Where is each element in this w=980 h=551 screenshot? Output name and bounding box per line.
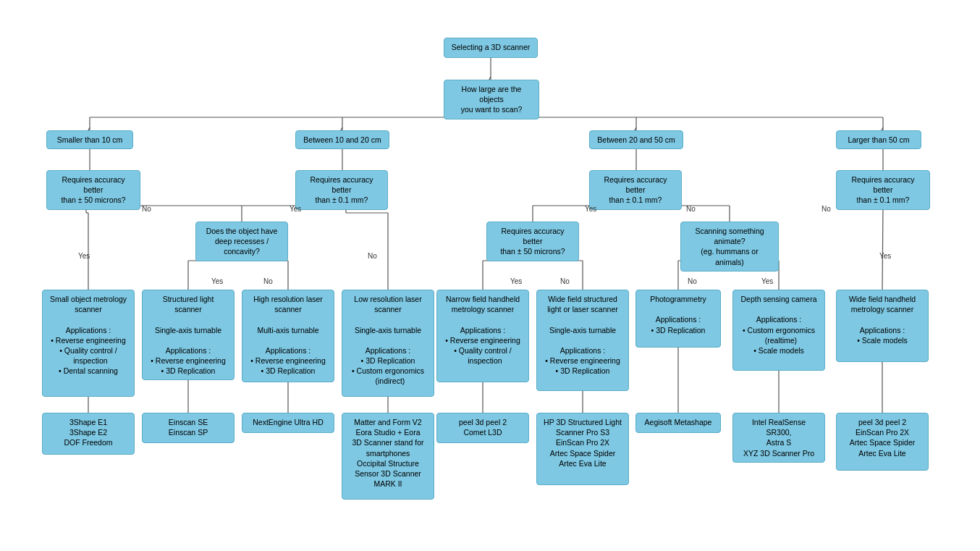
node-root: Selecting a 3D scanner — [444, 38, 538, 58]
node-prod_low_res: Matter and Form V2 Eora Studio + Eora 3D… — [342, 413, 434, 500]
node-acc_large: Requires accuracy better than ± 0.1 mm? — [836, 170, 930, 210]
node-high_res_laser: High resolution laser scanner Multi-axis… — [242, 290, 334, 382]
node-prod_struct_light: Einscan SE Einscan SP — [142, 413, 235, 443]
node-prod_depth: Intel RealSense SR300, Astra S XYZ 3D Sc… — [732, 413, 825, 463]
node-acc_small: Requires accuracy better than ± 50 micro… — [46, 170, 140, 210]
node-small10: Smaller than 10 cm — [46, 130, 133, 149]
connector-label-9: No — [560, 277, 570, 285]
connector-label-11: Yes — [761, 277, 773, 285]
node-prod_small_metrology: 3Shape E1 3Shape E2 DOF Freedom — [42, 413, 135, 455]
node-q_size: How large are the objects you want to sc… — [444, 80, 539, 119]
node-prod_wide_struct: HP 3D Structured Light Scanner Pro S3 Ei… — [536, 413, 629, 485]
connector-label-3: No — [368, 252, 377, 260]
node-wide_struct: Wide field structured light or laser sca… — [536, 290, 629, 391]
node-prod_wide_handheld: peel 3d peel 2 EinScan Pro 2X Artec Spac… — [836, 413, 929, 471]
connector-label-1: Yes — [78, 252, 90, 260]
connector-label-8: Yes — [510, 277, 522, 285]
node-prod_high_res: NextEngine Ultra HD — [242, 413, 334, 433]
node-prod_photogrammetry: Aegisoft Metashape — [635, 413, 721, 433]
connector-label-0: No — [142, 205, 151, 213]
node-wide_handheld: Wide field handheld metrology scanner Ap… — [836, 290, 929, 362]
node-struct_light: Structured light scanner Single-axis tur… — [142, 290, 235, 380]
node-prod_narrow: peel 3d peel 2 Comet L3D — [436, 413, 529, 443]
node-acc_10_20: Requires accuracy better than ± 0.1 mm? — [295, 170, 388, 210]
connector-label-12: No — [821, 205, 831, 213]
flowchart-diagram: Selecting a 3D scannerHow large are the … — [0, 0, 980, 551]
node-b10_20: Between 10 and 20 cm — [295, 130, 389, 149]
connector-label-5: No — [263, 277, 273, 285]
connector-label-7: No — [686, 205, 696, 213]
node-acc_50_b: Requires accuracy better than ± 50 micro… — [486, 222, 579, 261]
svg-line-41 — [882, 206, 883, 290]
node-b20_50: Between 20 and 50 cm — [589, 130, 683, 149]
node-narrow_handheld: Narrow field handheld metrology scanner … — [436, 290, 529, 382]
node-acc_20_50: Requires accuracy better than ± 0.1 mm? — [589, 170, 682, 210]
connector-label-13: Yes — [879, 252, 891, 260]
connector-label-4: Yes — [211, 277, 223, 285]
node-photogrammetry: Photogrammetry Applications : • 3D Repli… — [635, 290, 721, 348]
node-q_animate: Scanning something animate? (eg. hummans… — [680, 222, 779, 272]
node-large50: Larger than 50 cm — [836, 130, 921, 149]
node-low_res_laser: Low resolution laser scanner Single-axis… — [342, 290, 434, 397]
connector-label-10: No — [688, 277, 697, 285]
node-small_metrology: Small object metrology scanner Applicati… — [42, 290, 135, 397]
node-q_recess: Does the object have deep recesses / con… — [195, 222, 288, 261]
connector-label-6: Yes — [585, 205, 596, 213]
node-depth_sensing: Depth sensing camera Applications : • Cu… — [732, 290, 825, 371]
connector-label-2: Yes — [290, 205, 301, 213]
